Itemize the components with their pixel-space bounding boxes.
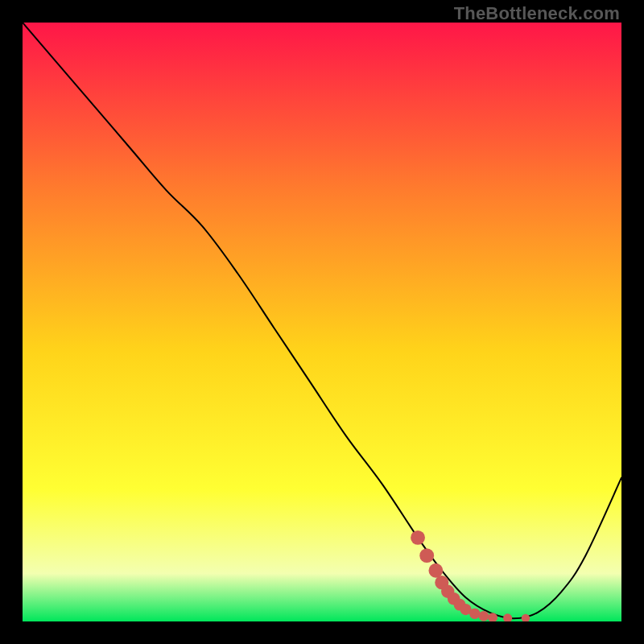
watermark-text: TheBottleneck.com bbox=[454, 3, 620, 24]
highlight-marker bbox=[479, 611, 489, 621]
highlight-marker bbox=[419, 548, 434, 563]
gradient-background bbox=[23, 23, 621, 621]
highlight-marker bbox=[411, 530, 425, 545]
highlight-marker bbox=[469, 609, 480, 619]
bottleneck-chart bbox=[23, 23, 621, 621]
chart-frame bbox=[23, 23, 621, 621]
highlight-marker bbox=[428, 564, 443, 578]
